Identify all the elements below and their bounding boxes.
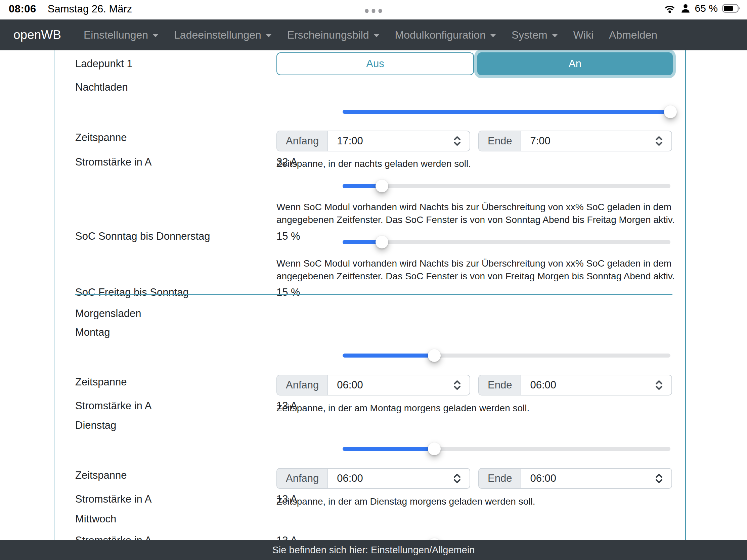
- up-down-chevrons-icon[interactable]: [453, 473, 462, 484]
- soc-sun-thu-label: SoC Sonntag bis Donnerstag: [75, 230, 210, 242]
- up-down-chevrons-icon[interactable]: [654, 473, 663, 484]
- chevron-down-icon: [552, 34, 558, 37]
- soc-fri-sun-slider: [342, 236, 670, 248]
- section-heading-nachtladen: Nachtladen: [75, 81, 128, 93]
- slider-track[interactable]: [342, 447, 670, 451]
- brand-openwb[interactable]: openWB: [14, 28, 61, 42]
- slider-track[interactable]: [342, 353, 670, 357]
- breadcrumb-bar: Sie befinden sich hier: Einstellungen/Al…: [0, 540, 747, 560]
- section-heading-morgensladen: Morgensladen: [75, 308, 141, 320]
- day-heading-dienstag: Dienstag: [75, 419, 116, 431]
- nav-item-wiki[interactable]: Wiki: [566, 29, 601, 41]
- time-value[interactable]: 06:00: [328, 375, 453, 395]
- day-heading-mittwoch: Mittwoch: [75, 513, 116, 525]
- timespan-start-input-dienstag: Anfang 06:00: [277, 468, 470, 489]
- multitasking-dots-icon: [365, 9, 382, 13]
- chevron-down-icon: [490, 34, 496, 37]
- section-divider: [75, 294, 672, 295]
- up-down-chevrons-icon[interactable]: [654, 135, 663, 147]
- slider-track[interactable]: [342, 184, 670, 188]
- up-down-chevrons-icon[interactable]: [453, 379, 462, 391]
- chevron-down-icon: [374, 34, 380, 37]
- battery-percent: 65 %: [695, 3, 718, 14]
- up-down-chevrons-icon[interactable]: [654, 379, 663, 391]
- wifi-icon: [663, 4, 676, 14]
- soc-fri-sun-help: Wenn SoC Modul vorhanden wird Nachts bis…: [277, 257, 676, 283]
- time-value[interactable]: 7:00: [521, 131, 654, 151]
- time-value[interactable]: 06:00: [328, 469, 453, 488]
- timespan-end-input-dienstag: Ende 06:00: [478, 468, 672, 489]
- input-prefix: Anfang: [277, 469, 328, 488]
- time-value[interactable]: 17:00: [328, 131, 453, 151]
- timespan-end-input-night: Ende 7:00: [478, 131, 672, 152]
- timespan-end-input-montag: Ende 06:00: [478, 375, 672, 396]
- current-label-montag: Stromstärke in A: [75, 400, 152, 412]
- timespan-start-input-night: Anfang 17:00: [277, 131, 470, 152]
- chevron-down-icon: [266, 34, 272, 37]
- date: Samstag 26. März: [48, 3, 132, 15]
- time-value[interactable]: 06:00: [521, 375, 654, 395]
- nav-item-einstellungen[interactable]: Einstellungen: [76, 29, 166, 41]
- input-prefix: Ende: [479, 469, 521, 488]
- current-slider-dienstag: [342, 443, 670, 455]
- up-down-chevrons-icon[interactable]: [453, 135, 462, 147]
- chargepoint-off-button[interactable]: Aus: [277, 52, 474, 75]
- chargepoint-on-button[interactable]: An: [477, 52, 673, 75]
- soc-fri-sun-label: SoC Freitag bis Sonntag: [75, 286, 189, 298]
- input-prefix: Ende: [479, 375, 521, 395]
- user-icon: [680, 3, 691, 14]
- ios-status-bar: 08:06 Samstag 26. März 65 %: [0, 0, 747, 20]
- slider-thumb[interactable]: [376, 180, 388, 192]
- nav-item-system[interactable]: System: [504, 29, 566, 41]
- nav-item-abmelden[interactable]: Abmelden: [601, 29, 665, 41]
- chargepoint-label: Ladepunkt 1: [75, 58, 133, 70]
- nav-item-modulkonfiguration[interactable]: Modulkonfiguration: [387, 29, 504, 41]
- battery-icon: [722, 4, 741, 13]
- time-value[interactable]: 06:00: [521, 469, 654, 488]
- slider-track[interactable]: [342, 240, 670, 244]
- input-prefix: Anfang: [277, 131, 328, 151]
- timespan-help-dienstag: Zeitspanne, in der am Dienstag morgens g…: [277, 495, 676, 508]
- slider-thumb[interactable]: [428, 349, 441, 362]
- settings-card: Ladepunkt 1 Aus An Nachtladen Stromstärk…: [54, 50, 686, 560]
- current-label: Stromstärke in A: [75, 156, 152, 168]
- timespan-label-dienstag: Zeitspanne: [75, 469, 127, 481]
- slider-thumb[interactable]: [428, 443, 441, 455]
- input-prefix: Ende: [479, 131, 521, 151]
- soc-sun-thu-help: Wenn SoC Modul vorhanden wird Nachts bis…: [277, 201, 676, 226]
- nav-item-ladeeinstellungen[interactable]: Ladeeinstellungen: [166, 29, 280, 41]
- top-navbar: openWB Einstellungen Ladeeinstellungen E…: [0, 20, 747, 50]
- day-heading-montag: Montag: [75, 326, 110, 339]
- soc-sun-thu-slider: [342, 180, 670, 192]
- breadcrumb: Sie befinden sich hier: Einstellungen/Al…: [273, 544, 475, 556]
- current-slider-montag: [342, 349, 670, 362]
- timespan-help: Zeitspanne, in der nachts geladen werden…: [277, 157, 676, 170]
- slider-thumb[interactable]: [664, 105, 677, 118]
- clock: 08:06: [9, 3, 36, 15]
- nav-item-erscheinungsbild[interactable]: Erscheinungsbild: [280, 29, 387, 41]
- slider-track[interactable]: [342, 110, 670, 114]
- soc-sun-thu-value: 15 %: [277, 230, 300, 243]
- current-slider-night: [342, 105, 670, 118]
- timespan-help-montag: Zeitspanne, in der am Montag morgens gel…: [277, 402, 676, 415]
- timespan-label-montag: Zeitspanne: [75, 376, 127, 388]
- timespan-start-input-montag: Anfang 06:00: [277, 375, 470, 396]
- timespan-label: Zeitspanne: [75, 132, 127, 144]
- soc-fri-sun-value: 15 %: [277, 286, 300, 299]
- input-prefix: Anfang: [277, 375, 328, 395]
- slider-fill: [342, 353, 434, 357]
- current-label-dienstag: Stromstärke in A: [75, 493, 152, 505]
- slider-thumb[interactable]: [376, 236, 388, 248]
- nav-menu: Einstellungen Ladeeinstellungen Erschein…: [76, 29, 665, 41]
- slider-fill: [342, 447, 434, 451]
- chevron-down-icon: [153, 34, 158, 37]
- slider-fill: [342, 110, 670, 114]
